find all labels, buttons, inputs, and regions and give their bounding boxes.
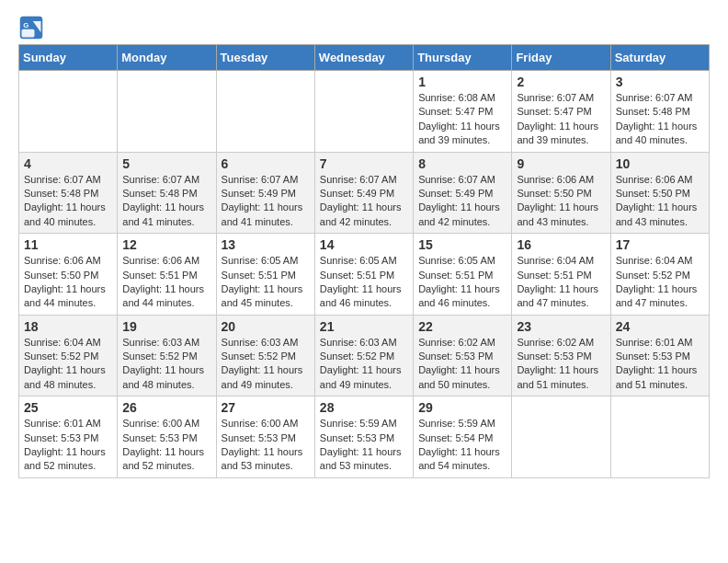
cell-info: Sunrise: 6:03 AM bbox=[122, 336, 210, 350]
cell-info: Sunset: 5:53 PM bbox=[24, 431, 112, 445]
calendar-cell bbox=[19, 71, 118, 153]
cell-info: Sunset: 5:48 PM bbox=[616, 105, 704, 119]
cell-info: Sunset: 5:51 PM bbox=[122, 269, 210, 282]
cell-info: Daylight: 11 hours and 45 minutes. bbox=[222, 282, 310, 311]
day-number: 4 bbox=[24, 156, 112, 171]
cell-info: Sunset: 5:47 PM bbox=[517, 105, 605, 119]
cell-info: Daylight: 11 hours and 54 minutes. bbox=[418, 445, 506, 474]
day-number: 10 bbox=[616, 156, 704, 171]
cell-info: Sunset: 5:53 PM bbox=[616, 350, 704, 363]
cell-info: Sunset: 5:52 PM bbox=[222, 350, 310, 363]
cell-info: Sunrise: 6:03 AM bbox=[222, 336, 310, 350]
cell-info: Daylight: 11 hours and 47 minutes. bbox=[517, 282, 605, 311]
day-header-sunday: Sunday bbox=[19, 45, 118, 71]
cell-info: Sunrise: 6:06 AM bbox=[517, 173, 605, 187]
cell-info: Daylight: 11 hours and 40 minutes. bbox=[24, 201, 112, 229]
cell-info: Sunrise: 6:02 AM bbox=[517, 336, 605, 350]
cell-info: Sunset: 5:53 PM bbox=[222, 431, 310, 445]
cell-info: Sunset: 5:51 PM bbox=[517, 269, 605, 282]
day-number: 8 bbox=[418, 156, 506, 171]
day-number: 22 bbox=[418, 319, 506, 334]
day-header-wednesday: Wednesday bbox=[314, 45, 413, 71]
cell-info: Sunset: 5:47 PM bbox=[418, 105, 506, 119]
cell-info: Daylight: 11 hours and 39 minutes. bbox=[418, 120, 506, 148]
cell-info: Sunrise: 6:05 AM bbox=[222, 254, 310, 268]
cell-info: Sunset: 5:52 PM bbox=[24, 350, 112, 363]
cell-info: Sunset: 5:53 PM bbox=[418, 350, 506, 363]
cell-info: Sunrise: 6:01 AM bbox=[616, 336, 704, 350]
calendar-cell bbox=[216, 71, 314, 153]
day-header-friday: Friday bbox=[512, 45, 610, 71]
cell-info: Daylight: 11 hours and 43 minutes. bbox=[517, 201, 605, 229]
cell-info: Sunset: 5:52 PM bbox=[122, 350, 210, 363]
calendar-cell: 21Sunrise: 6:03 AMSunset: 5:52 PMDayligh… bbox=[314, 315, 413, 396]
cell-info: Sunrise: 6:05 AM bbox=[418, 254, 506, 268]
day-number: 17 bbox=[616, 237, 704, 252]
cell-info: Sunrise: 6:04 AM bbox=[24, 336, 112, 350]
calendar-cell: 14Sunrise: 6:05 AMSunset: 5:51 PMDayligh… bbox=[314, 234, 413, 316]
logo-icon: G bbox=[18, 15, 44, 40]
cell-info: Sunset: 5:48 PM bbox=[24, 187, 112, 201]
cell-info: Daylight: 11 hours and 53 minutes. bbox=[222, 445, 310, 474]
calendar-cell bbox=[512, 396, 610, 478]
day-number: 9 bbox=[517, 156, 605, 171]
cell-info: Sunrise: 6:07 AM bbox=[122, 173, 210, 187]
day-header-tuesday: Tuesday bbox=[216, 45, 314, 71]
cell-info: Daylight: 11 hours and 52 minutes. bbox=[24, 445, 112, 474]
cell-info: Sunrise: 6:05 AM bbox=[320, 254, 408, 268]
cell-info: Daylight: 11 hours and 49 minutes. bbox=[222, 363, 310, 392]
logo: G bbox=[18, 15, 48, 40]
calendar-table: SundayMondayTuesdayWednesdayThursdayFrid… bbox=[18, 44, 710, 478]
cell-info: Sunrise: 6:07 AM bbox=[222, 173, 310, 187]
cell-info: Sunrise: 6:00 AM bbox=[222, 417, 310, 431]
day-number: 29 bbox=[418, 400, 506, 415]
calendar-cell: 16Sunrise: 6:04 AMSunset: 5:51 PMDayligh… bbox=[512, 234, 610, 316]
calendar-cell bbox=[314, 71, 413, 153]
cell-info: Daylight: 11 hours and 52 minutes. bbox=[122, 445, 210, 474]
cell-info: Sunrise: 6:01 AM bbox=[24, 417, 112, 431]
cell-info: Sunset: 5:49 PM bbox=[418, 187, 506, 201]
day-number: 11 bbox=[24, 237, 112, 252]
calendar-cell bbox=[118, 71, 216, 153]
svg-rect-2 bbox=[22, 29, 35, 38]
cell-info: Daylight: 11 hours and 51 minutes. bbox=[616, 363, 704, 392]
calendar-cell: 17Sunrise: 6:04 AMSunset: 5:52 PMDayligh… bbox=[610, 234, 709, 316]
calendar-cell: 12Sunrise: 6:06 AMSunset: 5:51 PMDayligh… bbox=[118, 234, 216, 316]
cell-info: Daylight: 11 hours and 44 minutes. bbox=[24, 282, 112, 311]
cell-info: Sunset: 5:52 PM bbox=[616, 269, 704, 282]
cell-info: Sunrise: 6:07 AM bbox=[616, 91, 704, 105]
day-number: 15 bbox=[418, 237, 506, 252]
cell-info: Sunrise: 6:07 AM bbox=[320, 173, 408, 187]
cell-info: Sunset: 5:51 PM bbox=[418, 269, 506, 282]
cell-info: Sunrise: 6:08 AM bbox=[418, 91, 506, 105]
calendar-cell: 15Sunrise: 6:05 AMSunset: 5:51 PMDayligh… bbox=[414, 234, 512, 316]
calendar-cell: 13Sunrise: 6:05 AMSunset: 5:51 PMDayligh… bbox=[216, 234, 314, 316]
cell-info: Sunrise: 6:00 AM bbox=[122, 417, 210, 431]
day-number: 27 bbox=[222, 400, 310, 415]
cell-info: Daylight: 11 hours and 43 minutes. bbox=[616, 201, 704, 229]
calendar-week-4: 18Sunrise: 6:04 AMSunset: 5:52 PMDayligh… bbox=[19, 315, 710, 396]
cell-info: Daylight: 11 hours and 50 minutes. bbox=[418, 363, 506, 392]
cell-info: Daylight: 11 hours and 42 minutes. bbox=[320, 201, 408, 229]
calendar-cell: 24Sunrise: 6:01 AMSunset: 5:53 PMDayligh… bbox=[610, 315, 709, 396]
day-number: 6 bbox=[222, 156, 310, 171]
cell-info: Daylight: 11 hours and 46 minutes. bbox=[418, 282, 506, 311]
day-header-monday: Monday bbox=[118, 45, 216, 71]
cell-info: Sunset: 5:51 PM bbox=[222, 269, 310, 282]
calendar-cell: 26Sunrise: 6:00 AMSunset: 5:53 PMDayligh… bbox=[118, 396, 216, 478]
cell-info: Sunset: 5:49 PM bbox=[222, 187, 310, 201]
day-number: 18 bbox=[24, 319, 112, 334]
cell-info: Sunset: 5:53 PM bbox=[320, 431, 408, 445]
cell-info: Sunrise: 5:59 AM bbox=[418, 417, 506, 431]
day-number: 28 bbox=[320, 400, 408, 415]
cell-info: Sunset: 5:53 PM bbox=[122, 431, 210, 445]
day-number: 2 bbox=[517, 75, 605, 89]
cell-info: Sunrise: 6:07 AM bbox=[418, 173, 506, 187]
calendar-week-5: 25Sunrise: 6:01 AMSunset: 5:53 PMDayligh… bbox=[19, 396, 710, 478]
calendar-cell: 11Sunrise: 6:06 AMSunset: 5:50 PMDayligh… bbox=[19, 234, 118, 316]
calendar-cell: 22Sunrise: 6:02 AMSunset: 5:53 PMDayligh… bbox=[414, 315, 512, 396]
calendar-cell: 18Sunrise: 6:04 AMSunset: 5:52 PMDayligh… bbox=[19, 315, 118, 396]
calendar-cell: 23Sunrise: 6:02 AMSunset: 5:53 PMDayligh… bbox=[512, 315, 610, 396]
cell-info: Sunset: 5:54 PM bbox=[418, 431, 506, 445]
day-number: 19 bbox=[122, 319, 210, 334]
